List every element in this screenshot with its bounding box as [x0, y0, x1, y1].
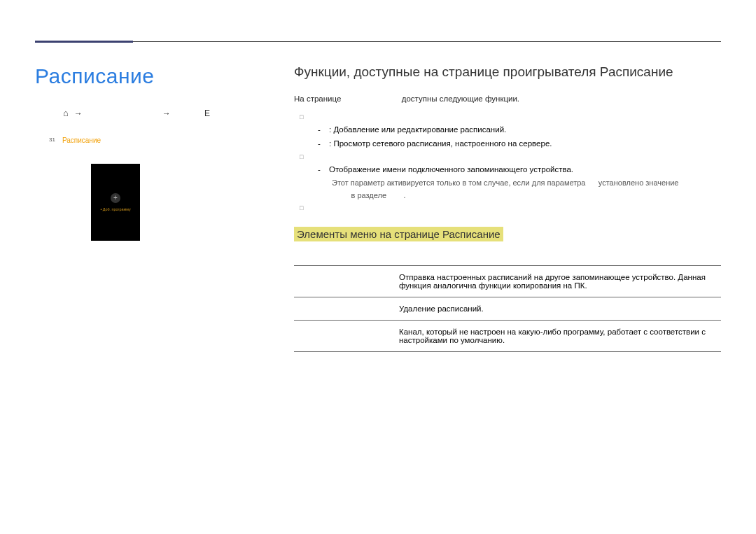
- section-title: Расписание: [35, 64, 273, 88]
- top-rule-accent: [35, 41, 133, 43]
- list-item: : Просмотр сетевого расписания, настроен…: [329, 137, 552, 151]
- subheading: Элементы меню на странице Расписание: [294, 227, 503, 241]
- intro-text: На странице доступны следующие функции.: [294, 92, 721, 105]
- tile-caption: • Доб. программу: [100, 207, 130, 211]
- table-row: Удаление расписаний.: [294, 297, 721, 321]
- bullet-icon: □: [300, 202, 305, 214]
- list-item: Отображение имени подключенного запомина…: [329, 163, 573, 177]
- page-number: 31: [49, 136, 55, 143]
- arrow-icon: →: [162, 108, 171, 118]
- page-heading: Функции, доступные на странице проигрыва…: [294, 64, 721, 80]
- arrow-icon: →: [74, 108, 83, 118]
- table-header: [294, 251, 399, 266]
- table-row: Канал, который не настроен на какую-либо…: [294, 321, 721, 352]
- dash-icon: -: [318, 123, 322, 137]
- list-item: : Добавление или редактирование расписан…: [329, 123, 506, 137]
- cell-name: [294, 297, 399, 321]
- cell-desc: Канал, который не настроен на какую-либо…: [399, 321, 721, 352]
- dash-icon: -: [318, 163, 322, 177]
- home-icon: ⌂: [63, 108, 69, 118]
- bullet-icon: □: [300, 150, 305, 163]
- tile-label: Расписание: [62, 136, 101, 144]
- breadcrumb-key: E: [204, 108, 273, 118]
- bullet-icon: □: [300, 111, 305, 123]
- schedule-tile[interactable]: + • Доб. программу: [91, 164, 140, 241]
- dash-icon: -: [318, 137, 322, 151]
- plus-icon[interactable]: +: [111, 193, 120, 203]
- menu-table: Отправка настроенных расписаний на друго…: [294, 251, 721, 352]
- cell-desc: Отправка настроенных расписаний на друго…: [399, 266, 721, 297]
- cell-name: [294, 321, 399, 352]
- top-rule: [35, 0, 721, 42]
- cell-name: [294, 266, 399, 297]
- table-row: Отправка настроенных расписаний на друго…: [294, 266, 721, 297]
- table-header: [399, 251, 721, 266]
- breadcrumb: ⌂ → → E: [35, 108, 273, 118]
- cell-desc: Удаление расписаний.: [399, 297, 721, 321]
- note-text: Этот параметр активируется только в том …: [294, 177, 721, 202]
